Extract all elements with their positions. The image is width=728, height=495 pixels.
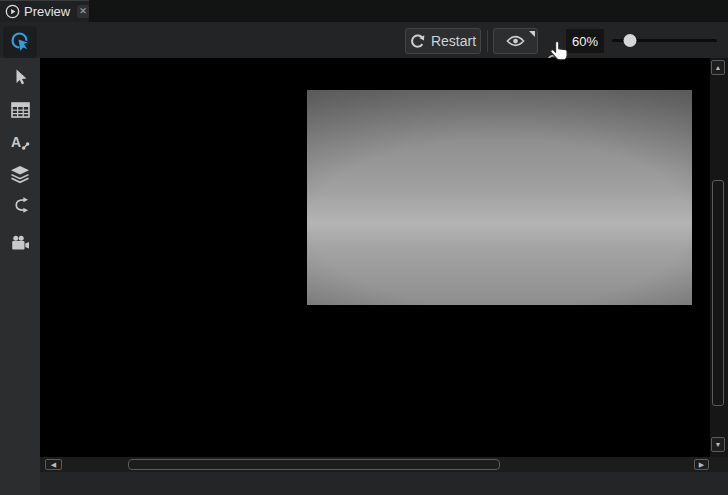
preview-panel: Preview ✕ Restart [0, 0, 728, 495]
stage-gradient-backdrop [307, 90, 692, 305]
restart-button[interactable]: Restart [405, 28, 481, 54]
text-variable-icon: A [11, 134, 30, 151]
play-circle-icon [5, 4, 20, 19]
tab-bar: Preview ✕ [0, 0, 728, 22]
horizontal-scrollbar[interactable]: ◀ ▶ [40, 457, 710, 472]
table-icon [11, 102, 30, 118]
camera-icon [10, 235, 30, 251]
scroll-up-button[interactable]: ▲ [711, 60, 725, 75]
zoom-slider[interactable] [612, 39, 717, 42]
tab-close-icon[interactable]: ✕ [77, 5, 89, 18]
toolbar-separator [487, 30, 488, 52]
tool-table[interactable] [0, 95, 40, 125]
scroll-right-button[interactable]: ▶ [694, 459, 709, 470]
branch-icon [12, 196, 29, 214]
eye-icon [506, 35, 525, 47]
zoom-level-value[interactable]: 60% [566, 29, 604, 53]
layers-icon [10, 165, 30, 184]
pointer-icon [11, 68, 29, 87]
tool-strip: A [0, 58, 40, 495]
tab-label: Preview [24, 4, 70, 19]
tool-pointer[interactable] [0, 62, 40, 92]
refresh-icon [410, 34, 425, 49]
vertical-scroll-thumb[interactable] [712, 180, 724, 406]
scroll-left-button[interactable]: ◀ [45, 459, 62, 470]
interactive-cursor-icon [9, 31, 31, 53]
toolbar: Restart 60% [0, 22, 728, 58]
preview-canvas[interactable] [40, 58, 710, 457]
tool-camera[interactable] [0, 228, 40, 258]
horizontal-scroll-thumb[interactable] [128, 459, 500, 470]
tool-branch[interactable] [0, 190, 40, 220]
tab-preview[interactable]: Preview ✕ [0, 0, 89, 22]
svg-text:A: A [11, 134, 21, 150]
zoom-slider-knob[interactable] [623, 34, 636, 47]
bottom-status-strip [40, 472, 728, 495]
scroll-down-button[interactable]: ▼ [711, 437, 725, 452]
tool-text-variable[interactable]: A [0, 127, 40, 157]
tool-interactive-preview[interactable] [3, 26, 37, 58]
scrollbar-corner [710, 457, 728, 472]
vertical-scrollbar[interactable]: ▲ ▼ [710, 58, 728, 457]
flyout-corner-icon [529, 31, 535, 37]
visibility-button[interactable] [493, 28, 538, 54]
tool-layers[interactable] [0, 159, 40, 189]
restart-label: Restart [431, 33, 476, 49]
